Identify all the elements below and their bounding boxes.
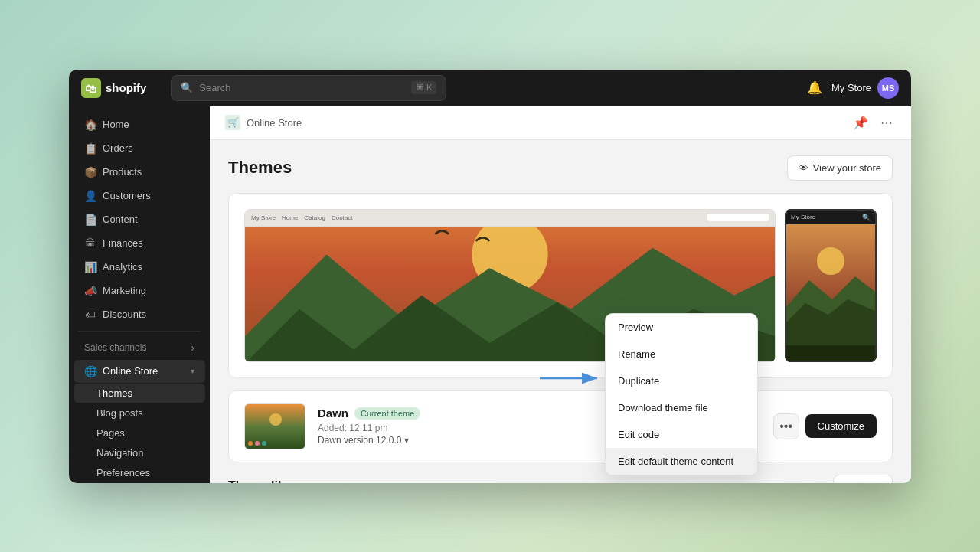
finances-icon: 🏛: [84, 237, 96, 250]
sidebar-item-content[interactable]: 📄 Content: [74, 208, 205, 231]
dot-3: [262, 441, 266, 446]
sidebar-item-products[interactable]: 📦 Products: [74, 161, 205, 184]
mockup-nav-home: Home: [282, 214, 298, 221]
view-store-button[interactable]: 👁 View your store: [787, 155, 893, 181]
context-menu-duplicate[interactable]: Duplicate: [606, 367, 757, 394]
sidebar-sub-navigation[interactable]: Navigation: [74, 443, 205, 462]
context-menu-edit-default[interactable]: Edit default theme content: [606, 448, 757, 475]
sidebar-item-orders[interactable]: 📋 Orders: [74, 137, 205, 160]
sidebar-sub-themes[interactable]: Themes: [74, 384, 205, 403]
download-label: Download theme file: [618, 402, 708, 413]
theme-more-button[interactable]: •••: [773, 413, 799, 439]
sales-channels-chevron: ›: [191, 341, 194, 354]
breadcrumb-actions: 📌 ⋯: [850, 113, 896, 133]
theme-preview-small: My Store 🔍: [785, 209, 877, 362]
pages-label: Pages: [96, 427, 125, 439]
analytics-icon: 📊: [84, 261, 96, 273]
mockup-nav-contact: Contact: [332, 214, 353, 221]
sidebar-label-home: Home: [103, 119, 129, 130]
sidebar-label-marketing: Marketing: [103, 285, 146, 296]
context-menu: Preview Rename Duplicate Download theme …: [605, 313, 758, 475]
current-theme-card: Dawn Current theme Added: 12:11 pm Dawn …: [228, 390, 893, 462]
preferences-label: Preferences: [96, 467, 150, 479]
breadcrumb-text: Online Store: [247, 117, 302, 129]
sidebar-item-analytics[interactable]: 📊 Analytics: [74, 256, 205, 279]
products-icon: 📦: [84, 166, 96, 178]
current-theme-badge: Current theme: [354, 407, 420, 420]
sidebar-label-orders: Orders: [103, 142, 133, 154]
customize-button[interactable]: Customize: [805, 414, 877, 438]
sidebar-item-home[interactable]: 🏠 Home: [74, 113, 205, 136]
bell-icon[interactable]: 🔔: [807, 80, 822, 95]
sidebar-label-customers: Customers: [103, 190, 151, 201]
edit-default-label: Edit default theme content: [618, 456, 733, 467]
context-menu-edit-code[interactable]: Edit code: [606, 421, 757, 448]
mockup-nav-store: My Store: [251, 214, 276, 221]
navigation-label: Navigation: [96, 447, 143, 459]
orders-icon: 📋: [84, 142, 96, 155]
theme-name: Dawn: [318, 407, 348, 420]
breadcrumb-icon: 🛒: [225, 115, 240, 130]
add-theme-button[interactable]: Add th...: [833, 475, 893, 483]
breadcrumb-bar: 🛒 Online Store 📌 ⋯: [210, 106, 911, 140]
page-header: Themes 👁 View your store: [228, 155, 893, 181]
breadcrumb-more-button[interactable]: ⋯: [877, 113, 896, 133]
sidebar-item-discounts[interactable]: 🏷 Discounts: [74, 303, 205, 326]
sidebar-label-discounts: Discounts: [103, 309, 146, 320]
theme-actions: ••• Customize: [773, 413, 877, 439]
page-title: Themes: [228, 158, 292, 178]
version-chevron: ▾: [404, 435, 409, 446]
duplicate-label: Duplicate: [618, 375, 659, 387]
sidebar-label-finances: Finances: [103, 237, 143, 249]
context-menu-rename[interactable]: Rename: [606, 341, 757, 367]
svg-rect-12: [786, 345, 875, 361]
mobile-search-icon: 🔍: [862, 214, 871, 221]
theme-thumbnail: [244, 403, 305, 449]
sidebar-sub-preferences[interactable]: Preferences: [74, 463, 205, 482]
logo[interactable]: 🛍 shopify: [81, 78, 146, 98]
context-menu-download[interactable]: Download theme file: [606, 394, 757, 421]
topbar-right: 🔔 My Store MS: [807, 77, 899, 99]
discounts-icon: 🏷: [84, 309, 96, 321]
mobile-store-name: My Store: [791, 214, 815, 220]
sales-channels-label: Sales channels: [84, 342, 146, 353]
theme-previews: My Store Home Catalog Contact: [244, 209, 877, 362]
context-menu-preview[interactable]: Preview: [606, 314, 757, 341]
online-store-label: Online Store: [103, 365, 158, 377]
sidebar-item-customers[interactable]: 👤 Customers: [74, 185, 205, 207]
logo-text: shopify: [106, 81, 146, 94]
search-shortcut: ⌘ K: [411, 81, 436, 94]
breadcrumb-pin-button[interactable]: 📌: [850, 113, 871, 133]
app-window: 🛍 shopify 🔍 Search ⌘ K 🔔 My Store MS 🏠: [69, 70, 911, 483]
customers-icon: 👤: [84, 190, 96, 202]
theme-dots: [248, 441, 266, 446]
eye-icon: 👁: [799, 162, 808, 174]
online-store-header[interactable]: 🌐 Online Store ▾: [74, 360, 205, 383]
online-store-chevron: ▾: [191, 367, 194, 375]
mockup-nav-catalog: Catalog: [304, 214, 325, 221]
sidebar-divider-1: [78, 331, 201, 332]
preview-label: Preview: [618, 322, 653, 333]
mockup-browser-bar: My Store Home Catalog Contact: [245, 210, 775, 227]
search-bar[interactable]: 🔍 Search ⌘ K: [171, 75, 446, 101]
svg-text:🛍: 🛍: [85, 82, 96, 94]
sales-channels-header: Sales channels ›: [74, 336, 205, 359]
dot-1: [248, 441, 253, 446]
marketing-icon: 📣: [84, 285, 96, 297]
edit-code-label: Edit code: [618, 429, 659, 440]
theme-library-title: Theme library: [228, 479, 309, 483]
mockup-nav: My Store Home Catalog Contact: [251, 214, 353, 221]
topbar: 🛍 shopify 🔍 Search ⌘ K 🔔 My Store MS: [69, 70, 911, 106]
content-area: 🛒 Online Store 📌 ⋯ Themes 👁 View your st…: [210, 106, 911, 483]
dot-2: [255, 441, 260, 446]
online-store-icon: 🌐: [84, 365, 96, 377]
svg-point-14: [270, 413, 282, 426]
blog-posts-label: Blog posts: [96, 407, 143, 419]
sidebar-label-analytics: Analytics: [103, 261, 142, 273]
sidebar-sub-blog-posts[interactable]: Blog posts: [74, 403, 205, 423]
sidebar-item-marketing[interactable]: 📣 Marketing: [74, 279, 205, 302]
sidebar-item-finances[interactable]: 🏛 Finances: [74, 232, 205, 255]
sidebar-sub-pages[interactable]: Pages: [74, 423, 205, 443]
page-content: Themes 👁 View your store: [210, 140, 911, 483]
sidebar-label-content: Content: [103, 214, 138, 225]
